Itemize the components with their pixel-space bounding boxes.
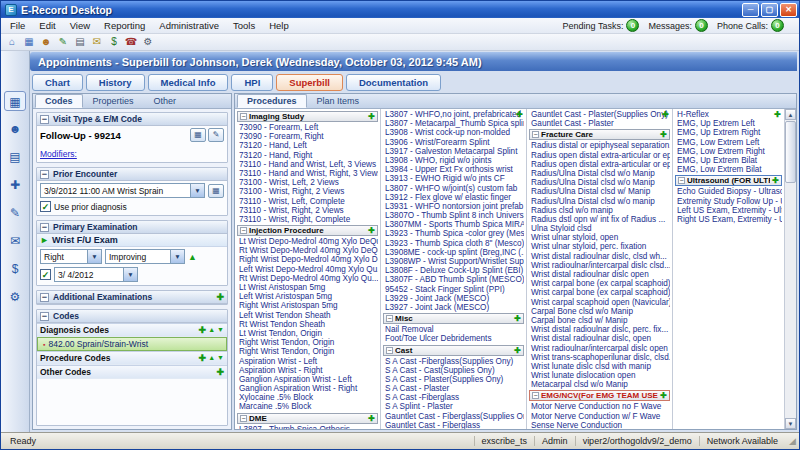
procedure-item[interactable]: Ganglion Aspiration Wrist - Left	[237, 375, 378, 384]
procedure-item[interactable]: Nail Removal	[383, 325, 524, 334]
move-up-button[interactable]: ▲	[208, 354, 215, 362]
settings-icon[interactable]: ⚙	[4, 287, 26, 307]
procedure-item[interactable]: L3807 - WHFO,no joint, prefabricated	[383, 110, 524, 119]
procedure-item[interactable]: Right Wrist Aristospan 5mg	[237, 301, 378, 310]
panel-tab-codes[interactable]: Codes	[35, 94, 83, 108]
status-select[interactable]: Improving ▼	[105, 249, 185, 264]
add-code-button[interactable]: ✚	[199, 353, 207, 363]
add-procedure-icon[interactable]: ✚	[368, 414, 375, 423]
procedure-item[interactable]: 73100 - Wrist, Left, 2 Views	[237, 178, 378, 187]
procedure-item[interactable]: L3929 - Joint Jack (MESCO)	[383, 294, 524, 303]
documents-icon[interactable]: ✎	[4, 203, 26, 223]
code-group-procedure-codes[interactable]: Procedure Codes✚▲▼	[37, 351, 227, 365]
collapse-icon[interactable]: −	[40, 170, 49, 179]
procedure-item[interactable]: Wrist lunate dislocation open	[529, 371, 670, 380]
procedure-item[interactable]: L3908WP - Wrist Support/Wristlet Sup...	[383, 257, 524, 266]
procedure-item[interactable]: L3908 - Wrist cock-up non-molded	[383, 128, 524, 137]
add-procedure-icon[interactable]: ✚	[368, 112, 375, 121]
em-edit-button[interactable]: ✎	[208, 128, 224, 142]
procedure-item[interactable]: Wrist distal radioulnar dislc, clsd wh..…	[529, 252, 670, 261]
procedure-item[interactable]: Left Wrist Tendon Sheath	[237, 311, 378, 320]
add-procedure-icon[interactable]: ✚	[514, 346, 521, 355]
menu-file[interactable]: File	[3, 18, 32, 33]
procedure-item[interactable]: Radius open distal extra-articular or ep…	[529, 160, 670, 169]
add-code-button[interactable]: ✚	[199, 325, 207, 335]
procedure-item[interactable]: Right Wrist Tendon, Origin	[237, 338, 378, 347]
menu-help[interactable]: Help	[262, 18, 296, 33]
procedure-item[interactable]: Gauntlet Cast - Fiberglass	[383, 421, 524, 429]
procedure-item[interactable]: Right US Exam, Extremity - Ultrasound	[675, 215, 782, 224]
menu-edit[interactable]: Edit	[32, 18, 62, 33]
prior-encounter-header[interactable]: − Prior Encounter	[37, 168, 227, 181]
procedure-item[interactable]: Lt Wrist Tendon, Origin	[237, 329, 378, 338]
menu-administrative[interactable]: Administrative	[152, 18, 226, 33]
procedure-item[interactable]: L3807 - Metacarpal_Thumb Spica splint	[383, 119, 524, 128]
panel-tab-other[interactable]: Other	[144, 94, 187, 108]
panel-tab-properties[interactable]: Properties	[83, 94, 144, 108]
vertical-scrollbar[interactable]: ▲ ▼	[784, 109, 796, 429]
add-procedure-icon[interactable]: ✚	[660, 391, 667, 400]
procedure-item[interactable]: Radius clsd w/o manip	[529, 206, 670, 215]
prior-encounter-select[interactable]: 3/9/2012 11:00 AM Wrist Sprain ▼	[40, 183, 205, 198]
scroll-track[interactable]	[785, 120, 796, 418]
procedure-item[interactable]: S A Cast - Plaster	[383, 384, 524, 393]
tab-history[interactable]: History	[86, 74, 145, 91]
procedure-item[interactable]: Right Wrist Depo-Medrol 40mg Xylo De...	[237, 255, 378, 264]
procedure-item[interactable]: L3927 - Joint Jack (MESCO)	[383, 303, 524, 312]
procedure-item[interactable]: Lt Wrist Aristospan 5mg	[237, 283, 378, 292]
procedure-item[interactable]: Ulna Styloid clsd	[529, 224, 670, 233]
procedure-item[interactable]: Radius/Ulna Distal clsd w/ Manip	[529, 187, 670, 196]
procedure-item[interactable]: Wrist ulnar styloid, perc. fixation	[529, 242, 670, 251]
tab-procedures[interactable]: Procedures	[237, 94, 307, 108]
procedure-item[interactable]: 95452 - Stack Finger Splint (PPI)	[383, 285, 524, 294]
procedure-item[interactable]: L3917 - Galveston Metacarpal Splint	[383, 147, 524, 156]
scroll-down-button[interactable]: ▼	[785, 418, 796, 429]
patients-icon[interactable]: ☻	[4, 119, 26, 139]
scroll-thumb[interactable]	[785, 121, 796, 183]
modifiers-link[interactable]: Modifiers:	[37, 149, 80, 162]
add-procedure-icon[interactable]: ✚	[516, 110, 523, 119]
procedure-item[interactable]: Rt Wrist Depo-Medrol 40mg Xylo DeQu...	[237, 246, 378, 255]
collapse-icon[interactable]: −	[240, 113, 247, 120]
category-header-injection-procedure[interactable]: −Injection Procedure✚	[237, 225, 378, 236]
exam-date-checkbox[interactable]: ✓	[40, 269, 51, 280]
procedure-item[interactable]: H-Reflex	[675, 110, 782, 119]
tab-medical-info[interactable]: Medical Info	[148, 74, 229, 91]
dropdown-arrow-icon[interactable]: ▼	[123, 268, 137, 281]
procedure-item[interactable]: 73110 - Wrist, Right, 2 Views	[237, 206, 378, 215]
move-down-button[interactable]: ▼	[217, 326, 224, 334]
procedure-item[interactable]: L3807O - Thumb Splint 8 inch Universa...	[383, 211, 524, 220]
codes-section-header[interactable]: − Codes	[37, 310, 227, 323]
additional-examinations-header[interactable]: − Additional Examinations ✚	[37, 291, 227, 304]
procedure-item[interactable]: L3913 - EWHO Rigid w/o jnts CF	[383, 174, 524, 183]
procedure-item[interactable]: 73110 - Wrist, Right, Complete	[237, 215, 378, 224]
collapse-icon[interactable]: −	[678, 177, 685, 184]
code-item[interactable]: ▪842.00 Sprain/Strain-Wrist	[37, 337, 227, 351]
code-group-diagnosis-codes[interactable]: Diagnosis Codes✚▲▼	[37, 323, 227, 337]
procedure-item[interactable]: Carpal Bone clsd w/o Manip	[529, 307, 670, 316]
procedure-item[interactable]: EMG, Low Extrem Right	[675, 147, 782, 156]
procedure-item[interactable]: 73090 - Forearm, Left	[237, 123, 378, 132]
resize-grip[interactable]: ◢	[789, 436, 796, 446]
medication-icon[interactable]: ✚	[4, 175, 26, 195]
procedure-item[interactable]: Foot/Toe Ulcer Debridements	[383, 334, 524, 343]
category-header-imaging-study[interactable]: −Imaging Study✚	[237, 111, 378, 122]
settings-icon[interactable]: ⚙	[141, 35, 155, 49]
procedure-item[interactable]: L3807 - WHFO w/joint(s) custom fab	[383, 184, 524, 193]
appointments-icon[interactable]: ▦	[4, 91, 26, 111]
procedure-item[interactable]: S A Cast -Fiberglass	[383, 393, 524, 402]
procedure-item[interactable]: Radius/Ulna Distal clsd w/o Manip	[529, 178, 670, 187]
procedure-item[interactable]: S A Cast - Cast(Supplies Ony)	[383, 366, 524, 375]
exam-date-select[interactable]: 3/ 4/2012 ▼	[54, 267, 138, 282]
phone-icon[interactable]: ☎	[124, 35, 138, 49]
procedure-item[interactable]: Left US Exam, Extremity - Ultrasound	[675, 206, 782, 215]
procedure-item[interactable]: S A Cast -Fiberglass(Supplies Ony)	[383, 357, 524, 366]
side-select[interactable]: Right ▼	[40, 249, 102, 264]
tab-plan-items[interactable]: Plan Items	[307, 94, 370, 108]
collapse-icon[interactable]: −	[40, 115, 49, 124]
procedure-item[interactable]: 73110 - Wrist, Left, Complete	[237, 197, 378, 206]
minimize-button[interactable]: ─	[742, 3, 759, 17]
procedure-item[interactable]: Radius open distal extra-articular or ep…	[529, 151, 670, 160]
procedure-item[interactable]: L3908 - WHO, rigid w/o joints	[383, 156, 524, 165]
procedure-item[interactable]: Wrist carpal bone (ex carpal scaphoid)..…	[529, 288, 670, 297]
